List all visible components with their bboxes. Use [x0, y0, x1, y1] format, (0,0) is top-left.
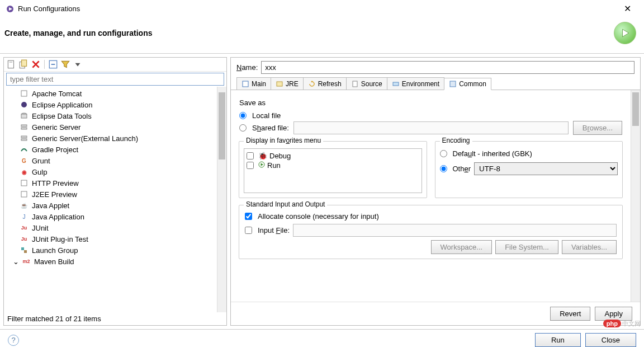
encoding-other-radio[interactable]: Other: [440, 163, 471, 174]
tree-item-icon: [20, 100, 29, 109]
saveas-group: Save as Local file Shared file: Browse..…: [239, 96, 623, 141]
svg-point-10: [21, 102, 27, 107]
tab-source[interactable]: Source: [346, 77, 387, 90]
filter-input[interactable]: [6, 73, 224, 86]
tree-item[interactable]: JuJUnit: [4, 222, 217, 233]
duplicate-config-icon[interactable]: [18, 59, 29, 69]
left-toolbar: [4, 58, 226, 72]
svg-rect-3: [8, 60, 13, 68]
tree-item[interactable]: ⌄m2Maven Build: [4, 256, 217, 267]
tree-item[interactable]: JuJUnit Plug-in Test: [4, 233, 217, 245]
tab-common[interactable]: Common: [444, 78, 491, 90]
body: Apache TomcatEclipse ApplicationEclipse …: [0, 53, 644, 329]
svg-rect-15: [21, 136, 27, 138]
tree-item-label: Generic Server: [32, 123, 80, 132]
dropdown-arrow-icon[interactable]: [73, 59, 83, 69]
app-icon: [6, 4, 15, 13]
tab-main[interactable]: Main: [236, 77, 271, 90]
input-file-check[interactable]: Input File:: [245, 225, 290, 236]
tree-item[interactable]: ◉Gulp: [4, 166, 217, 177]
tab-icon: [449, 80, 457, 88]
run-button[interactable]: Run: [535, 333, 581, 347]
workspace-button[interactable]: Workspace...: [431, 240, 493, 254]
tab-refresh[interactable]: Refresh: [303, 77, 347, 90]
tree-item[interactable]: Apache Tomcat: [4, 88, 217, 99]
tree-item[interactable]: Eclipse Data Tools: [4, 110, 217, 121]
svg-rect-17: [21, 180, 27, 186]
tree-item-label: Java Application: [32, 213, 84, 221]
tree-item-icon: [20, 246, 29, 255]
tree-item[interactable]: HTTP Preview: [4, 177, 217, 189]
tree-item-icon: Ju: [20, 235, 29, 243]
tree-item-label: Gradle Project: [32, 146, 78, 154]
tab-environment[interactable]: Environment: [387, 77, 444, 90]
tab-jre[interactable]: JRE: [271, 77, 304, 90]
new-config-icon[interactable]: [6, 59, 16, 69]
io-group: Standard Input and Output Allocate conso…: [239, 205, 623, 259]
close-footer-button[interactable]: Close: [585, 333, 636, 347]
input-file-input[interactable]: [293, 224, 617, 237]
encoding-select[interactable]: UTF-8: [474, 162, 618, 175]
tree-item-label: Launch Group: [32, 246, 78, 255]
tree-item-label: Apache Tomcat: [32, 90, 82, 98]
tree-scrollbar[interactable]: [217, 87, 226, 312]
tree-item[interactable]: Eclipse Application: [4, 99, 217, 110]
tree-item-icon: J: [20, 212, 29, 221]
tree-item[interactable]: ☕Java Applet: [4, 200, 217, 211]
tree-item-icon: m2: [22, 257, 31, 266]
tree-item[interactable]: Launch Group: [4, 245, 217, 256]
tree-item[interactable]: Generic Server(External Launch): [4, 133, 217, 144]
tree-item-label: Maven Build: [34, 257, 74, 266]
window-title: Run Configurations: [18, 4, 80, 13]
saveas-shared-radio[interactable]: Shared file:: [239, 123, 289, 133]
tree-item-icon: [20, 123, 29, 132]
svg-rect-12: [21, 114, 27, 118]
delete-config-icon[interactable]: [31, 59, 41, 69]
svg-rect-22: [277, 82, 282, 86]
tree-item-icon: [20, 179, 29, 187]
two-col: Display in favorites menu 🐞 Debug Run: [239, 141, 623, 198]
svg-rect-26: [450, 81, 456, 87]
browse-button[interactable]: Browse...: [573, 121, 622, 135]
encoding-default-radio[interactable]: Default - inherited (GBK): [440, 148, 618, 159]
run-header-icon: [614, 22, 636, 44]
close-button[interactable]: ✕: [616, 3, 638, 14]
collapse-all-icon[interactable]: [48, 59, 58, 69]
tab-icon: [242, 80, 249, 88]
tree-item-label: J2EE Preview: [32, 190, 77, 199]
variables-button[interactable]: Variables...: [562, 240, 617, 254]
saveas-legend: Save as: [239, 99, 622, 107]
shared-file-input[interactable]: [293, 121, 569, 134]
svg-rect-25: [393, 82, 399, 86]
favorite-run[interactable]: Run: [247, 161, 419, 170]
tree-item[interactable]: J2EE Preview: [4, 189, 217, 200]
config-tree[interactable]: Apache TomcatEclipse ApplicationEclipse …: [4, 87, 217, 312]
tree-wrap: Apache TomcatEclipse ApplicationEclipse …: [4, 87, 226, 312]
left-panel: Apache TomcatEclipse ApplicationEclipse …: [3, 57, 227, 326]
saveas-shared-row: Shared file: Browse...: [239, 121, 622, 135]
filesystem-button[interactable]: File System...: [495, 240, 558, 254]
favorite-debug[interactable]: 🐞 Debug: [247, 151, 419, 161]
svg-marker-8: [75, 63, 80, 67]
io-legend: Standard Input and Output: [244, 200, 327, 208]
right-footer: Revert Apply: [231, 302, 640, 325]
tree-item[interactable]: JJava Application: [4, 211, 217, 222]
apply-button[interactable]: Apply: [595, 307, 632, 321]
encoding-group: Encoding Default - inherited (GBK) Other: [435, 141, 623, 198]
tree-item[interactable]: Generic Server: [4, 121, 217, 133]
tree-item[interactable]: Gradle Project: [4, 144, 217, 155]
saveas-local-radio[interactable]: Local file: [239, 110, 622, 121]
tree-item-icon: [20, 190, 29, 199]
name-input[interactable]: [261, 61, 634, 74]
revert-button[interactable]: Revert: [550, 307, 590, 321]
file-buttons: Workspace... File System... Variables...: [245, 240, 617, 254]
tree-item-label: Eclipse Data Tools: [32, 112, 92, 120]
tree-item[interactable]: GGrunt: [4, 155, 217, 166]
allocate-console-check[interactable]: Allocate console (necessary for input): [245, 211, 617, 222]
filter-icon[interactable]: [60, 59, 70, 69]
header: Create, manage, and run configurations: [0, 17, 644, 53]
content-scrollbar[interactable]: [631, 90, 640, 302]
help-icon[interactable]: ?: [8, 335, 19, 346]
tree-item-icon: ◉: [20, 167, 29, 176]
tab-icon: [276, 80, 283, 88]
